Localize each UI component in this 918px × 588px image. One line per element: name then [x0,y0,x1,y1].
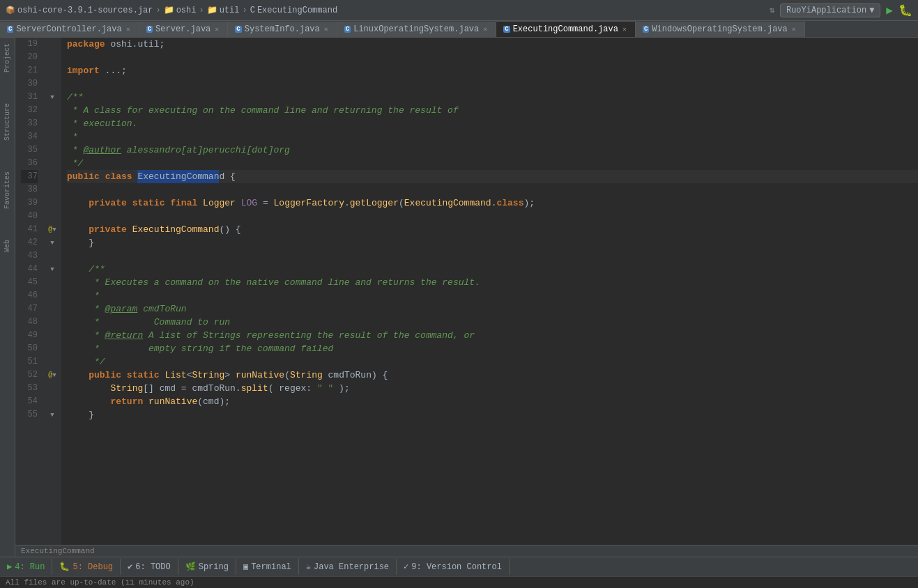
ln-44: 44 [21,263,38,276]
breadcrumb: 📦 oshi-core-3.9.1-sources.jar › 📁 oshi ›… [6,5,337,15]
java-enterprise-button[interactable]: ☕ Java Enterprise [299,559,397,575]
terminal-button[interactable]: ▣ Terminal [236,559,299,575]
run-button[interactable]: ▶ [886,3,893,17]
tab-server[interactable]: C Server.java ✕ [139,22,229,37]
tab-windowsos[interactable]: C WindowsOperatingSystem.java ✕ [636,22,805,37]
package-icon: 📁 [164,5,174,15]
gc-52[interactable]: @ ▼ [43,369,61,382]
code-line-52: public static List<String> runNative(Str… [67,369,918,382]
fold-52-icon: ▼ [52,372,56,379]
code-line-20 [67,51,918,64]
debug-bottom-button[interactable]: 🐛 5: Debug [52,559,121,575]
tab-systeminfo[interactable]: C SystemInfo.java ✕ [228,22,337,37]
fold-42-icon: ▼ [50,240,54,247]
code-line-43 [67,249,918,263]
code-line-48: * Command to run [67,316,918,329]
gc-34 [43,130,61,144]
tab-linuxos[interactable]: C LinuxOperatingSystem.java ✕ [337,22,496,37]
sidebar-item-favorites[interactable]: Favorites [2,169,13,212]
run-config-selector[interactable]: RuoYiApplication ▼ [780,3,880,17]
line-gutter: ▼ @ ▼ ▼ ▼ [43,38,61,545]
ln-54: 54 [21,395,38,408]
run-label: 4: Run [15,562,45,572]
tab-label-5: WindowsOperatingSystem.java [652,24,787,34]
code-line-19: package oshi.util; [67,38,918,51]
code-line-55: } [67,408,918,421]
tab-executingcommand[interactable]: C ExecutingCommand.java ✕ [496,21,636,37]
breadcrumb-package[interactable]: 📁 oshi [164,5,197,15]
sidebar-item-project[interactable]: Project [2,40,13,75]
gc-20 [43,51,61,64]
jar-icon: 📦 [6,6,15,15]
breadcrumb-sep-2: › [199,6,204,15]
editor-breadcrumb: ExecutingCommand [15,545,918,557]
breadcrumb-package-label: oshi [176,6,197,15]
tab-close-5[interactable]: ✕ [790,24,797,34]
tab-close-1[interactable]: ✕ [213,24,220,34]
ln-30: 30 [21,77,38,91]
spring-label: Spring [199,562,229,572]
gc-55[interactable]: ▼ [43,408,61,421]
gc-41[interactable]: @ ▼ [43,223,61,236]
gc-31[interactable]: ▼ [43,91,61,104]
sort-icon[interactable]: ⇅ [770,5,774,15]
tab-close-2[interactable]: ✕ [323,24,330,34]
gc-54 [43,395,61,408]
tab-close-3[interactable]: ✕ [482,24,489,34]
tab-icon-5: C [643,26,649,33]
code-line-40 [67,210,918,223]
code-line-47: * @param cmdToRun [67,302,918,316]
sidebar-item-structure[interactable]: Structure [2,100,13,144]
gc-35 [43,144,61,157]
editor-breadcrumb-label: ExecutingCommand [21,547,95,555]
breadcrumb-jar-label: oshi-core-3.9.1-sources.jar [17,6,153,15]
tab-close-4[interactable]: ✕ [621,24,628,34]
tab-servercontroller[interactable]: C ServerController.java ✕ [0,22,139,37]
tabs-bar: C ServerController.java ✕ C Server.java … [0,21,918,38]
breadcrumb-util-label: util [220,6,240,15]
code-editor[interactable]: package oshi.util; import ...; /** * A c… [61,38,918,545]
code-line-35: * @author alessandro[at]perucchi[dot]org [67,144,918,157]
run-icon: ▶ [7,562,12,572]
terminal-icon: ▣ [243,562,248,572]
ln-53: 53 [21,382,38,395]
ln-50: 50 [21,342,38,355]
ln-35: 35 [21,144,38,157]
code-line-39: private static final Logger LOG = Logger… [67,196,918,210]
breadcrumb-util[interactable]: 📁 util [207,5,240,15]
ln-43: 43 [21,249,38,263]
run-bottom-button[interactable]: ▶ 4: Run [0,559,52,575]
version-control-button[interactable]: ✓ 9: Version Control [397,559,510,575]
gc-30 [43,77,61,91]
tab-close-0[interactable]: ✕ [125,24,132,34]
todo-button[interactable]: ✔ 6: TODO [121,559,178,575]
spring-button[interactable]: 🌿 Spring [178,559,236,575]
breadcrumb-jar[interactable]: 📦 oshi-core-3.9.1-sources.jar [6,6,153,15]
debug-icon: 🐛 [59,562,70,572]
code-line-41: private ExecutingCommand() { [67,223,918,236]
code-line-53: String[] cmd = cmdToRun.split( regex: " … [67,382,918,395]
code-line-32: * A class for executing on the command l… [67,104,918,117]
sidebar-item-web[interactable]: Web [2,237,13,255]
ln-49: 49 [21,329,38,342]
gc-32 [43,104,61,117]
gc-44[interactable]: ▼ [43,263,61,276]
code-line-33: * execution. [67,117,918,130]
folder-icon: 📁 [207,5,217,15]
chevron-down-icon: ▼ [869,6,874,15]
code-line-31: /** [67,91,918,104]
gc-42[interactable]: ▼ [43,236,61,249]
ln-21: 21 [21,64,38,77]
ln-36: 36 [21,157,38,170]
breadcrumb-class[interactable]: C ExecutingCommand [250,6,337,15]
ln-42: 42 [21,236,38,249]
code-container[interactable]: 19 20 21 30 31 32 33 34 35 36 37 38 39 4… [15,38,918,545]
ln-31: 31 [21,91,38,104]
gc-19 [43,38,61,51]
line-numbers: 19 20 21 30 31 32 33 34 35 36 37 38 39 4… [15,38,43,545]
code-line-46: * [67,289,918,302]
ln-40: 40 [21,210,38,223]
ln-32: 32 [21,104,38,117]
code-line-30 [67,77,918,91]
debug-button[interactable]: 🐛 [898,3,912,17]
